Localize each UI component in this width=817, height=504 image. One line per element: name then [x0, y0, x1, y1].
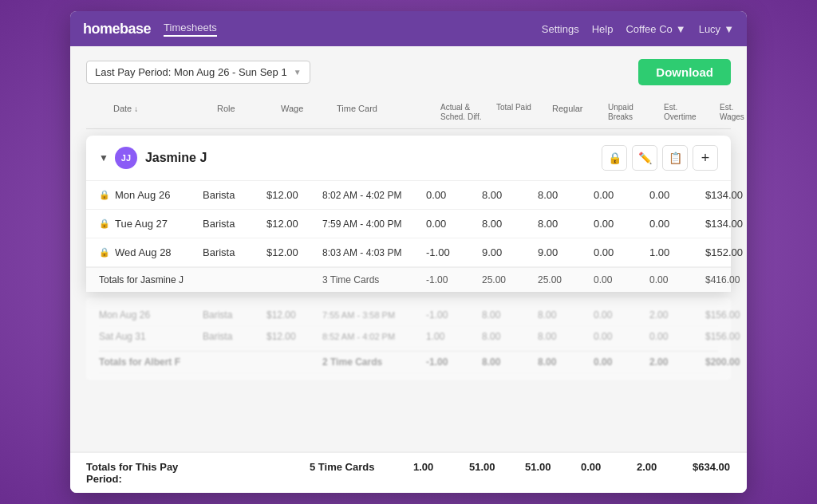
- pay-period-bar: Last Pay Period: Mon Aug 26 - Sun Sep 1 …: [86, 59, 731, 85]
- row-wages: $134.00: [705, 218, 747, 230]
- table-header: Date ↓ Role Wage Time Card Actual &Sched…: [86, 96, 731, 129]
- bottom-totals-v4: 0.00: [581, 461, 637, 485]
- row-date: Wed Aug 28: [115, 246, 172, 258]
- lock-action-btn[interactable]: 🔒: [602, 145, 627, 171]
- row-breaks: 0.00: [594, 189, 649, 201]
- bottom-totals-v6: $634.00: [693, 461, 747, 485]
- table-row: 🔒 Tue Aug 27 Barista $12.00 7:59 AM - 4:…: [86, 210, 731, 238]
- main-container: homebase Timesheets Settings Help Coffee…: [70, 11, 747, 493]
- bottom-totals-timecards: 5 Time Cards: [310, 461, 413, 485]
- user-label: Lucy: [699, 23, 720, 35]
- col-wage: Wage: [278, 100, 334, 125]
- col-est-wages: Est.Wages: [716, 100, 747, 125]
- totals-ot: 0.00: [649, 274, 705, 285]
- timesheets-nav[interactable]: Timesheets: [164, 22, 217, 37]
- totals-reg: 25.00: [538, 274, 594, 285]
- row-ot: 1.00: [649, 246, 705, 258]
- col-total-paid: Total Paid: [493, 100, 549, 125]
- totals-label: Totals for Jasmine J: [99, 274, 203, 285]
- row-reg: 8.00: [538, 218, 594, 230]
- col-est-overtime: Est.Overtime: [661, 100, 716, 125]
- company-selector[interactable]: Coffee Co ▼: [626, 23, 685, 35]
- date-cell: 🔒 Mon Aug 26: [99, 189, 203, 201]
- bottom-totals-v3: 51.00: [525, 461, 581, 485]
- settings-link[interactable]: Settings: [542, 23, 579, 35]
- employee-card: ▼ JJ Jasmine J 🔒 ✏️ 📋 + 🔒 Mon Aug 26 Bar…: [86, 136, 731, 292]
- pay-period-chevron: ▼: [294, 68, 302, 77]
- col-unpaid-breaks: UnpaidBreaks: [605, 100, 661, 125]
- row-timec: 8:02 AM - 4:02 PM: [322, 190, 426, 201]
- bottom-totals-label: Totals for This Pay Period:: [86, 461, 190, 485]
- pay-period-selector[interactable]: Last Pay Period: Mon Aug 26 - Sun Sep 1 …: [86, 61, 310, 84]
- row-role: Barista: [203, 189, 266, 201]
- row-diff: 0.00: [426, 218, 482, 230]
- copy-action-btn[interactable]: 📋: [662, 145, 688, 171]
- row-ot: 0.00: [649, 189, 705, 201]
- row-wages: $134.00: [705, 189, 747, 201]
- row-lock-icon: 🔒: [99, 247, 110, 258]
- col-regular: Regular: [549, 100, 605, 125]
- row-lock-icon: 🔒: [99, 190, 110, 200]
- navbar-right: Settings Help Coffee Co ▼ Lucy ▼: [542, 23, 734, 35]
- row-diff: 0.00: [426, 189, 482, 201]
- table-row: 🔒 Mon Aug 26 Barista $12.00 8:02 AM - 4:…: [86, 181, 731, 210]
- bottom-totals-v2: 51.00: [469, 461, 525, 485]
- avatar: JJ: [115, 147, 137, 169]
- row-wages: $152.00: [705, 246, 747, 258]
- bottom-totals-v5: 2.00: [637, 461, 693, 485]
- logo: homebase: [83, 21, 151, 37]
- row-ot: 0.00: [649, 218, 705, 230]
- download-button[interactable]: Download: [638, 59, 731, 85]
- employee-name: Jasmine J: [145, 151, 602, 165]
- row-wage: $12.00: [266, 218, 322, 230]
- bottom-totals-empty2: [254, 461, 310, 485]
- bg-totals-row: Totals for Albert F 2 Time Cards -1.00 8…: [99, 351, 718, 373]
- totals-wages: $416.00: [705, 274, 747, 285]
- row-role: Barista: [203, 218, 266, 230]
- bottom-totals-empty: [190, 461, 254, 485]
- totals-empty-wage: [266, 274, 322, 285]
- navbar: homebase Timesheets Settings Help Coffee…: [70, 11, 747, 46]
- pay-period-label: Last Pay Period: Mon Aug 26 - Sun Sep 1: [95, 66, 287, 78]
- row-total: 8.00: [482, 189, 538, 201]
- card-actions: 🔒 ✏️ 📋 +: [602, 145, 718, 171]
- col-time-card: Time Card: [334, 100, 437, 125]
- totals-breaks: 0.00: [594, 274, 649, 285]
- row-lock-icon: 🔒: [99, 219, 110, 229]
- bg-row: Mon Aug 26 Barista $12.00 7:55 AM - 3:58…: [99, 305, 718, 326]
- row-total: 9.00: [482, 246, 538, 258]
- bottom-totals-bar: Totals for This Pay Period: 5 Time Cards…: [70, 451, 747, 493]
- row-role: Barista: [203, 246, 266, 258]
- row-reg: 9.00: [538, 246, 594, 258]
- col-role: Role: [214, 100, 278, 125]
- row-reg: 8.00: [538, 189, 594, 201]
- row-timec: 8:03 AM - 4:03 PM: [322, 247, 426, 258]
- row-date: Tue Aug 27: [115, 218, 168, 230]
- row-wage: $12.00: [266, 246, 322, 258]
- company-chevron: ▼: [676, 23, 686, 35]
- expand-arrow[interactable]: ▼: [99, 152, 109, 163]
- card-header: ▼ JJ Jasmine J 🔒 ✏️ 📋 +: [86, 136, 731, 181]
- date-cell: 🔒 Tue Aug 27: [99, 218, 203, 230]
- company-label: Coffee Co: [626, 23, 672, 35]
- bottom-totals-v1: 1.00: [413, 461, 469, 485]
- totals-time-cards: 3 Time Cards: [322, 274, 426, 285]
- user-menu[interactable]: Lucy ▼: [699, 23, 734, 35]
- bg-employee-section: Mon Aug 26 Barista $12.00 7:55 AM - 3:58…: [86, 298, 731, 380]
- row-date: Mon Aug 26: [115, 189, 170, 201]
- row-diff: -1.00: [426, 246, 482, 258]
- date-cell: 🔒 Wed Aug 28: [99, 246, 203, 258]
- help-link[interactable]: Help: [592, 23, 614, 35]
- col-date: Date ↓: [110, 100, 214, 125]
- totals-diff: -1.00: [426, 274, 482, 285]
- totals-empty-role: [203, 274, 266, 285]
- bg-row: Sat Aug 31 Barista $12.00 8:52 AM - 4:02…: [99, 326, 718, 348]
- row-breaks: 0.00: [594, 218, 649, 230]
- row-timec: 7:59 AM - 4:00 PM: [322, 219, 426, 230]
- user-chevron: ▼: [724, 23, 734, 35]
- content-area: Last Pay Period: Mon Aug 26 - Sun Sep 1 …: [70, 46, 747, 380]
- edit-action-btn[interactable]: ✏️: [632, 145, 657, 171]
- add-action-btn[interactable]: +: [693, 145, 718, 171]
- employee-totals-row: Totals for Jasmine J 3 Time Cards -1.00 …: [86, 267, 731, 292]
- row-total: 8.00: [482, 218, 538, 230]
